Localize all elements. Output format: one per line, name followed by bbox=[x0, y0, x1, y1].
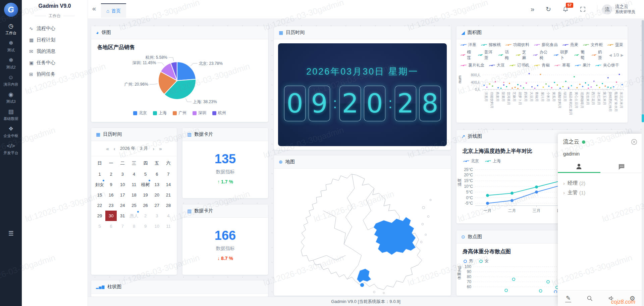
legend-item-薯片礼盒[interactable]: 薯片礼盒 bbox=[461, 62, 484, 68]
data-point[interactable] bbox=[503, 84, 504, 86]
calendar-day[interactable]: 28 bbox=[163, 200, 174, 211]
data-point[interactable] bbox=[579, 84, 581, 85]
sidebar-item-task-center[interactable]: ▣任务中心 bbox=[22, 57, 88, 69]
data-point-女[interactable] bbox=[512, 278, 515, 281]
tab-home[interactable]: ⌂ 首页 bbox=[101, 3, 126, 18]
map-highlight-region-1[interactable] bbox=[373, 217, 415, 255]
data-point[interactable] bbox=[517, 88, 519, 89]
data-point[interactable] bbox=[613, 86, 614, 87]
legend-item-订书机[interactable]: 订书机 bbox=[509, 62, 529, 68]
legend-item-草莓[interactable]: 草莓 bbox=[554, 62, 570, 68]
legend-item-葡萄[interactable]: 葡萄 bbox=[574, 49, 587, 61]
prev-year-button[interactable]: « bbox=[106, 146, 109, 151]
calendar-day[interactable]: 13 bbox=[151, 179, 163, 190]
calendar-day[interactable]: 14 bbox=[163, 179, 174, 190]
contact-group-经理[interactable]: ›经理(2) bbox=[563, 178, 637, 188]
app-logo[interactable]: G bbox=[4, 3, 18, 17]
data-point[interactable] bbox=[571, 85, 572, 86]
menu-toggle-icon[interactable]: ☰ bbox=[0, 230, 22, 237]
calendar-day[interactable]: 19 bbox=[140, 190, 151, 200]
calendar-day[interactable]: 20 bbox=[151, 190, 163, 200]
map-highlight-island[interactable] bbox=[360, 283, 364, 287]
rail-item-base-data[interactable]: ▤基础数据 bbox=[0, 108, 22, 121]
legend-item-猕猴桃[interactable]: 猕猴桃 bbox=[481, 42, 501, 48]
calendar-day[interactable]: 27 bbox=[151, 200, 163, 211]
data-point[interactable] bbox=[540, 74, 541, 75]
legend-item-菠菜[interactable]: 菠菜 bbox=[607, 42, 623, 48]
next-month-button[interactable]: › bbox=[153, 146, 154, 151]
calendar-day[interactable]: 15 bbox=[94, 190, 105, 200]
rail-item-demo-content[interactable]: ☺演示内容 bbox=[0, 74, 22, 87]
sidebar-item-schedule-plan[interactable]: ▦日程计划 bbox=[22, 34, 88, 46]
legend-item-奶茶[interactable]: 奶茶 bbox=[592, 49, 604, 61]
legend-item-北京[interactable]: 北京 bbox=[133, 110, 147, 116]
calendar-month[interactable]: 3 月 bbox=[140, 145, 148, 151]
calendar-day[interactable]: 2 bbox=[140, 211, 151, 221]
calendar-day[interactable]: 26 bbox=[140, 200, 151, 211]
sound-button[interactable] bbox=[608, 295, 615, 302]
pie-chart[interactable]: 北京: 23.78%上海: 38.23%广州: 20.96%深圳: 11.45%… bbox=[91, 51, 268, 109]
data-point[interactable] bbox=[506, 86, 507, 87]
calendar-day[interactable]: 1 bbox=[94, 169, 105, 179]
calendar-day[interactable]: 6 bbox=[151, 169, 163, 179]
sidebar-item-my-messages[interactable]: ✉我的消息 bbox=[22, 46, 88, 57]
calendar-day[interactable]: 24 bbox=[117, 200, 128, 211]
data-point[interactable] bbox=[495, 81, 496, 82]
next-year-button[interactable]: » bbox=[159, 146, 162, 151]
data-point[interactable] bbox=[610, 87, 611, 89]
data-point[interactable] bbox=[602, 83, 603, 84]
rail-item-test2[interactable]: ❄测试2 bbox=[0, 57, 22, 70]
data-point[interactable] bbox=[537, 85, 538, 86]
calendar-day[interactable]: 30 bbox=[105, 211, 117, 221]
legend-item-话梅[interactable]: 话梅 bbox=[498, 49, 511, 61]
calendar-day[interactable]: 6 bbox=[105, 221, 117, 231]
calendar-day[interactable]: 2 bbox=[105, 169, 117, 179]
data-point[interactable] bbox=[582, 86, 583, 87]
area-chart[interactable]: 0人400人800人num洋葱月功能饮料月燕麦月菠菜月普洱茶月芝麻月胡萝卜月奶茶… bbox=[457, 70, 628, 123]
data-point[interactable] bbox=[492, 85, 493, 87]
legend-item-上海[interactable]: 上海 bbox=[485, 158, 501, 164]
rail-item-enterprise-hub[interactable]: ❖企业中枢 bbox=[0, 126, 22, 138]
calendar-day[interactable]: 4 bbox=[163, 211, 174, 221]
data-point[interactable] bbox=[503, 82, 504, 83]
sidebar-collapse-button[interactable]: « bbox=[92, 5, 96, 12]
data-point[interactable] bbox=[616, 82, 617, 83]
legend-item-广州[interactable]: 广州 bbox=[173, 110, 186, 116]
calendar-day[interactable]: 11 bbox=[128, 179, 140, 190]
legend-item-洋葱[interactable]: 洋葱 bbox=[461, 42, 476, 48]
data-point[interactable] bbox=[534, 88, 535, 89]
legend-item-男[interactable]: 男 bbox=[463, 258, 473, 264]
calendar-day[interactable]: 31 bbox=[117, 211, 128, 221]
compose-button[interactable]: ✎ bbox=[565, 295, 571, 302]
data-point[interactable] bbox=[529, 73, 530, 74]
data-point[interactable] bbox=[590, 86, 592, 88]
calendar-day[interactable]: 愚人 bbox=[128, 211, 140, 221]
province-map[interactable] bbox=[279, 169, 446, 295]
data-point[interactable] bbox=[500, 88, 502, 89]
data-point[interactable] bbox=[562, 86, 564, 87]
data-point[interactable] bbox=[512, 87, 513, 89]
calendar-day[interactable]: 23 bbox=[105, 200, 117, 211]
data-point[interactable] bbox=[565, 81, 567, 82]
rail-item-test[interactable]: ❄测试 bbox=[0, 40, 22, 53]
calendar-day[interactable]: 5 bbox=[94, 221, 105, 231]
data-point[interactable] bbox=[523, 87, 524, 89]
data-point[interactable] bbox=[535, 190, 538, 193]
data-point[interactable] bbox=[497, 87, 499, 88]
rail-item-dev-platform[interactable]: </>开发平台 bbox=[0, 143, 22, 156]
data-point[interactable] bbox=[486, 202, 489, 205]
data-point[interactable] bbox=[596, 85, 597, 86]
calendar-day[interactable]: 植树 bbox=[140, 179, 151, 190]
data-point[interactable] bbox=[535, 185, 538, 188]
data-point[interactable] bbox=[515, 87, 516, 88]
rail-item-test3[interactable]: ◉测试3 bbox=[0, 91, 22, 104]
legend-item-榴莲[interactable]: 榴莲 bbox=[461, 49, 473, 61]
legend-item-膨化食品[interactable]: 膨化食品 bbox=[534, 42, 558, 48]
data-point[interactable] bbox=[588, 88, 589, 89]
calendar-day[interactable]: 5 bbox=[140, 169, 151, 179]
data-point[interactable] bbox=[568, 88, 569, 89]
settings-button[interactable]: ⚙ bbox=[630, 295, 635, 302]
scrollbar[interactable] bbox=[642, 18, 644, 306]
data-point[interactable] bbox=[483, 85, 485, 86]
legend-item-胡萝卜[interactable]: 胡萝卜 bbox=[554, 49, 570, 61]
